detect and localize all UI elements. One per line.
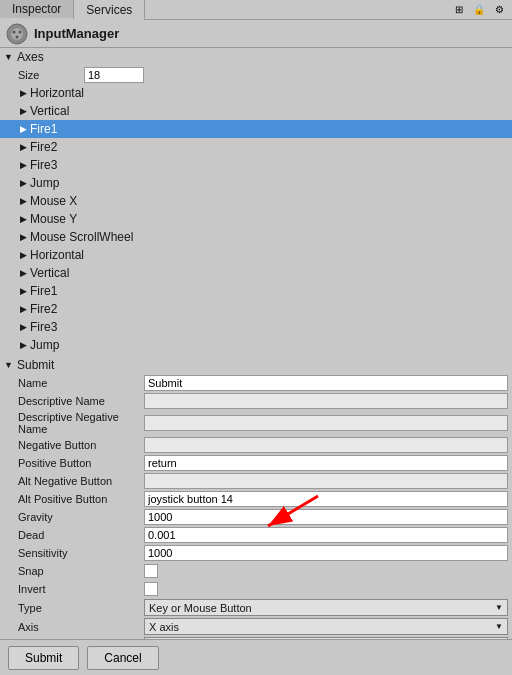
bottom-buttons: Submit Cancel (0, 639, 512, 675)
tree-item-jump-2[interactable]: ▶ Jump (0, 336, 512, 354)
item-label: Fire3 (30, 320, 57, 334)
prop-gravity-input[interactable] (144, 509, 508, 525)
tree-item-horizontal-1[interactable]: ▶ Horizontal (0, 84, 512, 102)
item-label: Fire1 (30, 284, 57, 298)
dropdown-arrow-icon: ▼ (495, 622, 503, 631)
tree-item-fire2-1[interactable]: ▶ Fire2 (0, 138, 512, 156)
tri-icon: ▶ (20, 250, 27, 260)
svg-point-3 (19, 30, 22, 33)
header-title: InputManager (34, 26, 119, 41)
tree-item-vertical-2[interactable]: ▶ Vertical (0, 264, 512, 282)
lock-icon-button[interactable]: 🔒 (470, 1, 488, 19)
tri-icon: ▶ (20, 88, 27, 98)
submit-section-label: Submit (17, 358, 54, 372)
tri-icon: ▶ (20, 142, 27, 152)
prop-descriptive-name-label: Descriptive Name (4, 395, 144, 407)
prop-row-axis: Axis X axis ▼ (0, 617, 512, 636)
prop-alt-positive-button-input[interactable] (144, 491, 508, 507)
cancel-button[interactable]: Cancel (87, 646, 158, 670)
tri-icon: ▶ (20, 232, 27, 242)
prop-negative-button-label: Negative Button (4, 439, 144, 451)
tab-services[interactable]: Services (74, 0, 145, 20)
tri-icon: ▶ (20, 178, 27, 188)
tri-icon: ▶ (20, 322, 27, 332)
input-manager-icon (6, 23, 28, 45)
prop-descriptive-negative-name-input[interactable] (144, 415, 508, 431)
tree-item-fire1-1[interactable]: ▶ Fire1 (0, 120, 512, 138)
item-label: Horizontal (30, 86, 84, 100)
prop-sensitivity-input[interactable] (144, 545, 508, 561)
prop-name-input[interactable] (144, 375, 508, 391)
prop-row-dead: Dead (0, 526, 512, 544)
settings-icon-button[interactable]: ⚙ (490, 1, 508, 19)
dropdown-arrow-icon: ▼ (495, 603, 503, 612)
submit-expand-icon: ▼ (4, 360, 14, 370)
tri-icon: ▶ (20, 196, 27, 206)
tri-icon: ▶ (20, 286, 27, 296)
prop-axis-label: Axis (4, 621, 144, 633)
layout-icon-button[interactable]: ⊞ (450, 1, 468, 19)
tree-item-mousey[interactable]: ▶ Mouse Y (0, 210, 512, 228)
prop-row-name: Name (0, 374, 512, 392)
tree-item-fire3-1[interactable]: ▶ Fire3 (0, 156, 512, 174)
tree-item-fire2-2[interactable]: ▶ Fire2 (0, 300, 512, 318)
prop-row-positive-button: Positive Button (0, 454, 512, 472)
prop-positive-button-label: Positive Button (4, 457, 144, 469)
tri-icon: ▶ (20, 268, 27, 278)
tri-icon: ▶ (20, 106, 27, 116)
prop-gravity-label: Gravity (4, 511, 144, 523)
item-label: Fire1 (30, 122, 57, 136)
prop-type-dropdown[interactable]: Key or Mouse Button ▼ (144, 599, 508, 616)
tree-item-mousex[interactable]: ▶ Mouse X (0, 192, 512, 210)
tree-item-horizontal-2[interactable]: ▶ Horizontal (0, 246, 512, 264)
item-label: Jump (30, 176, 59, 190)
size-label: Size (4, 69, 84, 81)
tab-inspector[interactable]: Inspector (0, 0, 74, 20)
prop-snap-checkbox[interactable] (144, 564, 158, 578)
tree-item-fire3-2[interactable]: ▶ Fire3 (0, 318, 512, 336)
tri-icon: ▶ (20, 124, 27, 134)
size-input[interactable] (84, 67, 144, 83)
tree-item-fire1-2[interactable]: ▶ Fire1 (0, 282, 512, 300)
prop-snap-label: Snap (4, 565, 144, 577)
item-label: Mouse ScrollWheel (30, 230, 133, 244)
size-row: Size (0, 66, 512, 84)
item-label: Vertical (30, 104, 69, 118)
item-label: Horizontal (30, 248, 84, 262)
prop-row-descriptive-negative-name: Descriptive Negative Name (0, 410, 512, 436)
tree-item-jump-1[interactable]: ▶ Jump (0, 174, 512, 192)
submit-section-header[interactable]: ▼ Submit (0, 356, 512, 374)
prop-negative-button-input[interactable] (144, 437, 508, 453)
item-label: Fire2 (30, 302, 57, 316)
axes-label: Axes (17, 50, 44, 64)
prop-alt-negative-button-input[interactable] (144, 473, 508, 489)
prop-dead-input[interactable] (144, 527, 508, 543)
prop-row-descriptive-name: Descriptive Name (0, 392, 512, 410)
prop-row-snap: Snap (0, 562, 512, 580)
tri-icon: ▶ (20, 304, 27, 314)
prop-row-alt-negative-button: Alt Negative Button (0, 472, 512, 490)
tree-item-mousescroll[interactable]: ▶ Mouse ScrollWheel (0, 228, 512, 246)
prop-axis-dropdown[interactable]: X axis ▼ (144, 618, 508, 635)
tab-inspector-label: Inspector (12, 2, 61, 16)
item-label: Mouse X (30, 194, 77, 208)
submit-button[interactable]: Submit (8, 646, 79, 670)
prop-descriptive-negative-name-label: Descriptive Negative Name (4, 411, 144, 435)
prop-row-type: Type Key or Mouse Button ▼ (0, 598, 512, 617)
prop-axis-value: X axis (149, 621, 179, 633)
prop-positive-button-input[interactable] (144, 455, 508, 471)
prop-descriptive-name-input[interactable] (144, 393, 508, 409)
axes-section-header[interactable]: ▼ Axes (0, 48, 512, 66)
prop-name-label: Name (4, 377, 144, 389)
item-label: Fire2 (30, 140, 57, 154)
axes-expand-icon: ▼ (4, 52, 14, 62)
prop-alt-negative-button-label: Alt Negative Button (4, 475, 144, 487)
header-row: InputManager (0, 20, 512, 48)
prop-invert-checkbox[interactable] (144, 582, 158, 596)
prop-dead-label: Dead (4, 529, 144, 541)
item-label: Jump (30, 338, 59, 352)
main-content: ▼ Axes Size ▶ Horizontal ▶ Vertical ▶ Fi… (0, 48, 512, 639)
tab-icons: ⊞ 🔒 ⚙ (450, 1, 512, 19)
tri-icon: ▶ (20, 340, 27, 350)
tree-item-vertical-1[interactable]: ▶ Vertical (0, 102, 512, 120)
